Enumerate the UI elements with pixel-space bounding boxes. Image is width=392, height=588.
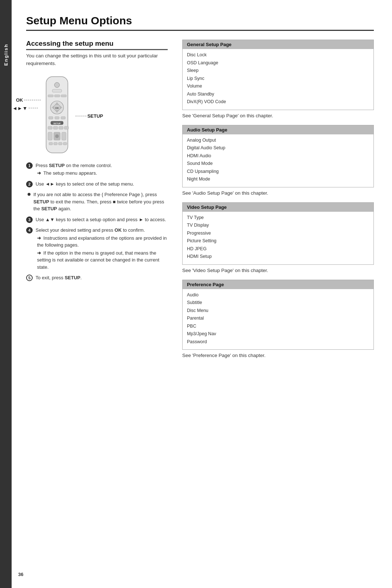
step-3: 3 Use ▲▼ keys to select a setup option a… <box>26 216 168 223</box>
general-chapter-text: See 'General Setup Page' on this chapter… <box>182 113 374 118</box>
title-rule <box>26 30 374 31</box>
preference-page-body: Audio Subtitle Disc Menu Parental PBC Mp… <box>183 289 373 350</box>
step-1-text: Press SETUP on the remote control. ➜ The… <box>36 162 168 177</box>
audio-item-analog-output: Analog Output <box>187 137 369 145</box>
pref-item-disc-menu: Disc Menu <box>187 307 369 315</box>
audio-item-cd-upsampling: CD Upsampling <box>187 168 369 176</box>
general-item-auto-standby: Auto Standby <box>187 90 369 98</box>
video-item-progressive: Progressive <box>187 230 369 238</box>
step-4-sub2: ➜ If the option in the menu is grayed ou… <box>36 250 168 271</box>
svg-rect-27 <box>54 142 57 145</box>
svg-rect-22 <box>48 132 52 140</box>
svg-text:SETUP: SETUP <box>53 122 61 125</box>
general-item-volume: Volume <box>187 82 369 90</box>
step-4-text: Select your desired setting and press OK… <box>36 227 168 271</box>
audio-item-digital-audio: Digital Audio Setup <box>187 144 369 152</box>
video-setup-body: TV Type TV Display Progressive Picture S… <box>183 212 373 264</box>
steps-list: 1 Press SETUP on the remote control. ➜ T… <box>26 162 168 281</box>
bullet-text-1: If you are not able to access the { Pref… <box>33 191 168 212</box>
left-column: Accessing the setup menu You can change … <box>26 40 168 365</box>
svg-rect-28 <box>58 142 62 145</box>
general-setup-body: Disc Lock OSD Language Sleep Lip Sync Vo… <box>183 49 373 110</box>
setup-dotted-line <box>75 116 86 116</box>
svg-rect-21 <box>64 126 69 129</box>
pref-item-password: Password <box>187 338 369 346</box>
pref-item-mp3-jpeg-nav: Mp3/Jpeg Nav <box>187 330 369 338</box>
sidebar: English <box>0 0 12 588</box>
general-item-sleep: Sleep <box>187 67 369 75</box>
step-2: 2 Use ◄► keys to select one of the setup… <box>26 181 168 188</box>
audio-setup-box: Audio Setup Page Analog Output Digital A… <box>182 125 374 187</box>
svg-point-1 <box>54 82 60 88</box>
remote-svg: OK SETUP <box>37 75 77 155</box>
svg-rect-2 <box>52 89 62 92</box>
pref-item-parental: Parental <box>187 315 369 323</box>
svg-rect-0 <box>46 77 68 153</box>
pref-item-pbc: PBC <box>187 323 369 331</box>
step-1-sub: ➜ The setup menu appears. <box>36 170 168 177</box>
ok-dotted-line <box>24 100 41 100</box>
bullet-item-1: If you are not able to access the { Pref… <box>26 191 168 212</box>
step-5-number: 5 <box>26 275 33 281</box>
step-2-number: 2 <box>26 181 33 187</box>
video-chapter-text: See 'Video Setup Page' on this chapter. <box>182 268 374 273</box>
video-item-hd-jpeg: HD JPEG <box>187 245 369 253</box>
video-item-picture-setting: Picture Setting <box>187 237 369 245</box>
svg-rect-15 <box>61 117 65 119</box>
svg-rect-14 <box>55 117 59 119</box>
audio-item-hdmi-audio: HDMI Audio <box>187 152 369 160</box>
sidebar-language-label: English <box>3 44 9 66</box>
nav-dotted-line <box>29 108 38 108</box>
main-content: Setup Menu Options Accessing the setup m… <box>12 0 392 588</box>
step-1: 1 Press SETUP on the remote control. ➜ T… <box>26 162 168 177</box>
svg-rect-26 <box>49 142 53 145</box>
step-4-number: 4 <box>26 227 33 234</box>
general-item-osd-language: OSD Language <box>187 59 369 67</box>
audio-item-sound-mode: Sound Mode <box>187 160 369 168</box>
audio-chapter-text: See 'Audio Setup Page' on this chapter. <box>182 190 374 196</box>
two-column-layout: Accessing the setup menu You can change … <box>26 40 374 365</box>
svg-rect-19 <box>53 126 58 129</box>
section-heading: Accessing the setup menu <box>26 40 168 50</box>
remote-with-labels: OK ◄►▼ SETUP <box>37 75 77 155</box>
video-setup-header: Video Setup Page <box>183 203 373 212</box>
audio-item-night-mode: Night Mode <box>187 175 369 183</box>
remote-illustration: OK ◄►▼ SETUP <box>37 75 168 155</box>
svg-rect-25 <box>62 132 66 140</box>
preference-page-header: Preference Page <box>183 280 373 289</box>
general-setup-header: General Setup Page <box>183 40 373 49</box>
page-title: Setup Menu Options <box>26 15 374 27</box>
svg-rect-13 <box>49 117 53 119</box>
ok-label: OK <box>16 97 41 103</box>
svg-rect-5 <box>61 95 66 97</box>
svg-rect-29 <box>63 142 67 145</box>
pref-item-audio: Audio <box>187 291 369 299</box>
svg-point-24 <box>55 134 59 138</box>
audio-setup-body: Analog Output Digital Audio Setup HDMI A… <box>183 134 373 187</box>
page-number: 36 <box>18 572 23 577</box>
video-setup-box: Video Setup Page TV Type TV Display Prog… <box>182 202 374 265</box>
video-item-hdmi-setup: HDMI Setup <box>187 253 369 261</box>
svg-rect-3 <box>48 95 53 97</box>
step-4: 4 Select your desired setting and press … <box>26 227 168 271</box>
nav-label: ◄►▼ <box>12 105 38 111</box>
step-2-text: Use ◄► keys to select one of the setup m… <box>36 181 168 188</box>
audio-setup-header: Audio Setup Page <box>183 125 373 134</box>
general-setup-box: General Setup Page Disc Lock OSD Languag… <box>182 40 374 110</box>
step-3-text: Use ▲▼ keys to select a setup option and… <box>36 216 168 223</box>
right-column: General Setup Page Disc Lock OSD Languag… <box>182 40 374 365</box>
svg-rect-18 <box>48 126 52 129</box>
general-item-lip-sync: Lip Sync <box>187 75 369 83</box>
step-3-number: 3 <box>26 216 33 223</box>
svg-rect-20 <box>59 126 63 129</box>
bullet-dot <box>28 193 30 196</box>
step-5-text: To exit, press SETUP. <box>36 274 168 281</box>
svg-text:OK: OK <box>55 107 59 109</box>
setup-label: SETUP <box>75 113 103 119</box>
page-container: English Setup Menu Options Accessing the… <box>0 0 392 588</box>
general-item-divx-vod: DivX(R) VOD Code <box>187 98 369 106</box>
svg-rect-4 <box>54 95 60 97</box>
step-5: 5 To exit, press SETUP. <box>26 274 168 281</box>
general-item-disc-lock: Disc Lock <box>187 51 369 59</box>
video-item-tv-type: TV Type <box>187 214 369 222</box>
